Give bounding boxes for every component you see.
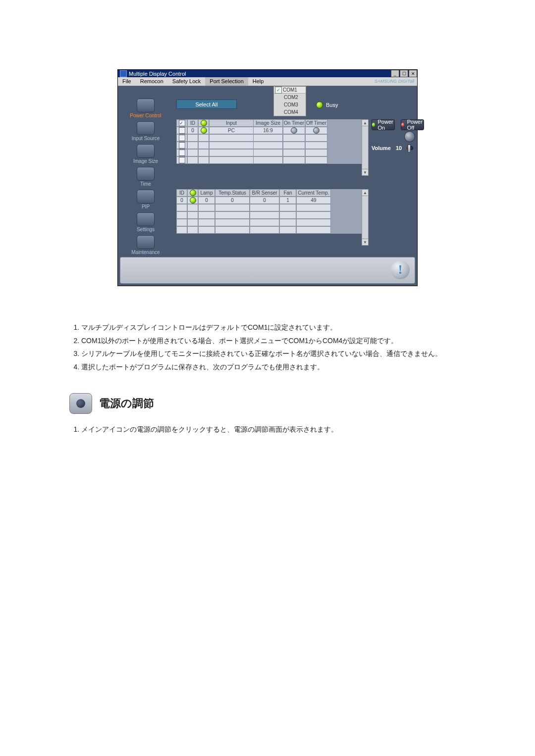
sidebar-item-settings[interactable]: Settings [121, 212, 170, 232]
busy-led-icon [316, 101, 323, 108]
speaker-icon[interactable] [404, 131, 415, 142]
power-icon [137, 99, 155, 112]
checkbox-icon[interactable] [179, 127, 185, 134]
sidebar-item-time[interactable]: Time [121, 167, 170, 187]
timer-led-icon [291, 127, 297, 134]
status-grid: ID Lamp Temp.Status B/R Senser Fan Curre… [176, 189, 362, 234]
col-off-timer: Off Timer [305, 119, 327, 127]
power-control-icon [69, 393, 92, 414]
col-input: Input [209, 119, 254, 127]
port-option[interactable]: COM2 [274, 94, 306, 101]
col-id: ID [187, 119, 198, 127]
col-fan: Fan [279, 189, 296, 197]
menu-help[interactable]: Help [248, 77, 268, 86]
col-check[interactable]: ✓ [176, 119, 187, 127]
doc-notes-2: メインアイコンの電源の調節をクリックすると、電源の調節画面が表示されます。 [69, 423, 466, 436]
volume-label: Volume [372, 145, 391, 151]
col-power [198, 119, 209, 127]
power-led-icon [190, 190, 196, 196]
menu-file[interactable]: File [118, 77, 136, 86]
port-option[interactable]: COM1 [283, 87, 297, 93]
scrollbar[interactable]: ▲ ▼ [362, 119, 369, 176]
note-item: COM1以外のポートが使用されている場合、ポート選択メニューでCOM1からCOM… [81, 334, 466, 348]
menubar: File Remocon Safety Lock Port Selection … [118, 77, 417, 86]
scrollbar[interactable]: ▲ ▼ [362, 189, 369, 246]
note-item: マルチプルディスプレイコントロールはデフォルトでCOM1に設定されています。 [81, 321, 466, 334]
sidebar-item-pip[interactable]: PIP [121, 190, 170, 209]
checkbox-icon[interactable] [179, 157, 185, 163]
checkbox-icon[interactable]: ✓ [179, 120, 185, 126]
port-option[interactable]: COM4 [274, 108, 306, 116]
table-row[interactable]: 0 0 0 0 1 49 [176, 197, 362, 204]
check-icon: ✓ [275, 87, 282, 94]
app-icon [120, 70, 127, 77]
display-grid-right: Image Size On Timer Off Timer 16:9 [253, 119, 362, 164]
col-br-senser: B/R Senser [250, 189, 279, 197]
close-button[interactable]: ✕ [409, 70, 417, 77]
section-title: 電源の調節 [99, 396, 154, 411]
power-led-icon [201, 120, 207, 126]
input-icon [137, 121, 155, 135]
window-title: Multiple Display Control [129, 71, 186, 77]
maintenance-icon [137, 235, 155, 249]
info-icon: ! [391, 260, 410, 279]
select-all-button[interactable]: Select All [176, 100, 237, 109]
col-on-timer: On Timer [283, 119, 305, 127]
slider-thumb[interactable] [408, 145, 411, 152]
power-led-icon [201, 127, 207, 134]
col-image-size: Image Size [253, 119, 283, 127]
checkbox-icon[interactable] [179, 135, 185, 141]
status-bar: ! [120, 257, 415, 284]
volume-row: Volume 10 [372, 145, 413, 151]
sidebar-item-power-control[interactable]: Power Control [121, 99, 170, 118]
menu-safety-lock[interactable]: Safety Lock [168, 77, 205, 86]
maximize-button[interactable]: ☐ [400, 70, 408, 77]
busy-indicator: Busy [316, 101, 338, 108]
power-on-button[interactable]: Power On [372, 119, 395, 130]
col-temp-status: Temp.Status [215, 189, 250, 197]
busy-label: Busy [326, 102, 338, 108]
sidebar-item-image-size[interactable]: Image Size [121, 144, 170, 164]
table-row[interactable]: 16:9 [253, 127, 362, 134]
scroll-down-icon[interactable]: ▼ [362, 239, 368, 245]
doc-notes: マルチプルディスプレイコントロールはデフォルトでCOM1に設定されています。 C… [69, 321, 466, 373]
sidebar-item-maintenance[interactable]: Maintenance [121, 235, 170, 255]
checkbox-icon[interactable] [179, 142, 185, 149]
pip-icon [137, 190, 155, 203]
checkbox-icon[interactable] [179, 150, 185, 156]
scroll-up-icon[interactable]: ▲ [362, 120, 368, 126]
note-item: シリアルケーブルを使用してモニターに接続されている正確なポート名が選択されていな… [81, 347, 466, 360]
port-dropdown[interactable]: ✓COM1 COM2 COM3 COM4 [273, 86, 306, 116]
minimize-button[interactable]: _ [391, 70, 399, 77]
menu-port-selection[interactable]: Port Selection [205, 77, 248, 86]
volume-value: 10 [396, 145, 402, 151]
titlebar: Multiple Display Control _ ☐ ✕ [118, 70, 417, 77]
settings-icon [137, 212, 155, 226]
col-id: ID [176, 189, 187, 197]
sidebar-item-input-source[interactable]: Input Source [121, 121, 170, 141]
app-window: Multiple Display Control _ ☐ ✕ File Remo… [117, 69, 418, 286]
image-size-icon [137, 144, 155, 158]
time-icon [137, 167, 155, 181]
menu-remocon[interactable]: Remocon [136, 77, 168, 86]
sidebar: Power Control Input Source Image Size Ti… [121, 99, 170, 258]
col-power [187, 189, 198, 197]
scroll-down-icon[interactable]: ▼ [362, 169, 368, 175]
port-option[interactable]: COM3 [274, 101, 306, 108]
power-off-led-icon [401, 123, 404, 127]
brand-label: SAMSUNG DIGITall [374, 79, 414, 84]
col-lamp: Lamp [198, 189, 215, 197]
volume-slider[interactable] [407, 146, 413, 150]
timer-led-icon [313, 127, 320, 134]
power-off-button[interactable]: Power Off [401, 119, 424, 130]
section-header: 電源の調節 [69, 393, 466, 414]
scroll-up-icon[interactable]: ▲ [362, 190, 368, 196]
note-item: 選択したポートがプログラムに保存され、次のプログラムでも使用されます。 [81, 360, 466, 374]
power-led-icon [190, 197, 196, 203]
note-item: メインアイコンの電源の調節をクリックすると、電源の調節画面が表示されます。 [81, 423, 466, 436]
control-panel: Power On Power Off Volume 10 [372, 119, 413, 151]
col-current-temp: Current Temp. [296, 189, 331, 197]
power-on-led-icon [372, 123, 375, 127]
